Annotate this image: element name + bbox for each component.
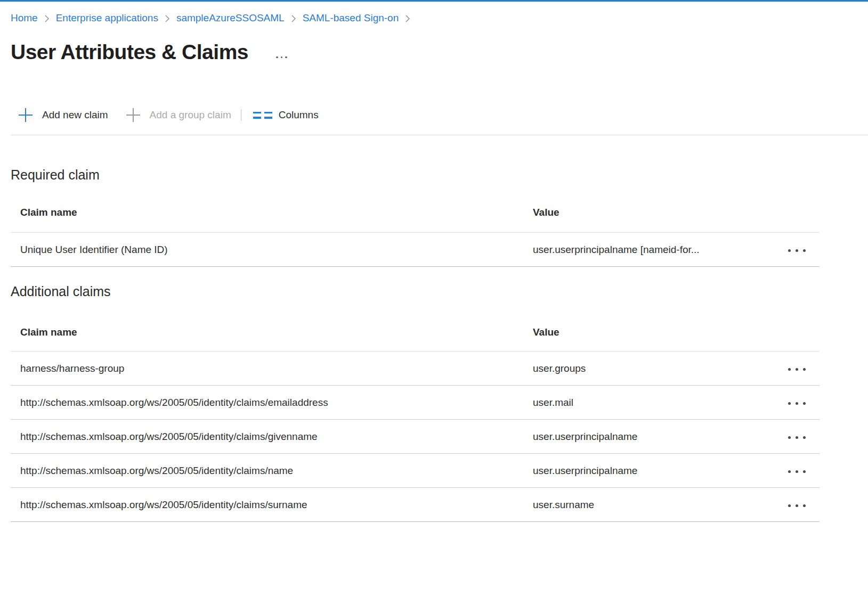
columns-label: Columns (279, 109, 319, 121)
row-context-menu-button[interactable] (784, 242, 810, 257)
breadcrumb: Home Enterprise applications sampleAzure… (11, 12, 868, 24)
ellipsis-icon (788, 436, 806, 439)
row-context-menu-button[interactable] (784, 361, 810, 375)
command-bar: Add new claim Add a group claim Columns (19, 105, 868, 125)
top-accent-bar (0, 0, 868, 2)
ellipsis-icon (788, 470, 806, 473)
page-context-menu-button[interactable] (274, 50, 289, 62)
claim-name-cell: http://schemas.xmlsoap.org/ws/2005/05/id… (11, 431, 533, 443)
claim-value-cell: user.userprincipalname (533, 465, 774, 477)
add-new-claim-button[interactable]: Add new claim (19, 108, 108, 122)
chevron-right-icon (165, 14, 170, 23)
add-group-claim-label: Add a group claim (150, 109, 231, 121)
claim-name-cell: http://schemas.xmlsoap.org/ws/2005/05/id… (11, 465, 533, 477)
toolbar-separator (241, 109, 241, 121)
claim-name-cell: http://schemas.xmlsoap.org/ws/2005/05/id… (11, 499, 533, 511)
value-column-header: Value (533, 207, 774, 218)
claim-name-cell: Unique User Identifier (Name ID) (11, 244, 533, 256)
table-row[interactable]: Unique User Identifier (Name ID) user.us… (11, 233, 820, 267)
breadcrumb-app[interactable]: sampleAzureSSOSAML (176, 12, 285, 24)
columns-button[interactable]: Columns (253, 109, 319, 121)
row-context-menu-button[interactable] (784, 497, 810, 512)
breadcrumb-enterprise-applications[interactable]: Enterprise applications (56, 12, 158, 24)
row-context-menu-button[interactable] (784, 463, 810, 478)
ellipsis-icon (788, 402, 806, 405)
add-group-claim-button[interactable]: Add a group claim (126, 108, 231, 122)
table-row[interactable]: http://schemas.xmlsoap.org/ws/2005/05/id… (11, 454, 820, 488)
claim-value-cell: user.mail (533, 397, 774, 409)
claim-value-cell: user.userprincipalname (533, 431, 774, 443)
claim-name-column-header: Claim name (11, 207, 533, 218)
toolbar-divider (11, 135, 868, 135)
table-header-row: Claim name Value (11, 313, 820, 352)
table-row[interactable]: http://schemas.xmlsoap.org/ws/2005/05/id… (11, 420, 820, 454)
breadcrumb-home[interactable]: Home (11, 12, 38, 24)
claim-value-cell: user.groups (533, 363, 774, 374)
additional-claims-heading: Additional claims (11, 284, 868, 299)
claim-value-cell: user.userprincipalname [nameid-for... (533, 244, 774, 256)
plus-icon (19, 108, 33, 122)
table-row[interactable]: harness/harness-group user.groups (11, 352, 820, 386)
chevron-right-icon (44, 14, 50, 23)
columns-icon (253, 112, 272, 119)
add-new-claim-label: Add new claim (42, 109, 108, 121)
ellipsis-icon (788, 504, 806, 507)
chevron-right-icon (291, 14, 296, 23)
plus-icon (126, 108, 140, 122)
table-header-row: Claim name Value (11, 192, 820, 233)
row-context-menu-button[interactable] (784, 395, 810, 410)
required-claims-table: Claim name Value Unique User Identifier … (11, 192, 820, 267)
ellipsis-icon (276, 56, 287, 59)
ellipsis-icon (788, 368, 806, 371)
claim-name-cell: harness/harness-group (11, 363, 533, 374)
table-row[interactable]: http://schemas.xmlsoap.org/ws/2005/05/id… (11, 488, 820, 522)
value-column-header: Value (533, 326, 774, 338)
chevron-right-icon (405, 14, 410, 23)
page-title: User Attributes & Claims (11, 40, 248, 64)
ellipsis-icon (788, 249, 806, 252)
claim-name-cell: http://schemas.xmlsoap.org/ws/2005/05/id… (11, 397, 533, 409)
additional-claims-table: Claim name Value harness/harness-group u… (11, 313, 820, 522)
claim-value-cell: user.surname (533, 499, 774, 511)
table-row[interactable]: http://schemas.xmlsoap.org/ws/2005/05/id… (11, 386, 820, 420)
required-claim-heading: Required claim (11, 167, 868, 183)
claim-name-column-header: Claim name (11, 326, 533, 338)
breadcrumb-saml-signon[interactable]: SAML-based Sign-on (303, 12, 399, 24)
row-context-menu-button[interactable] (784, 429, 810, 444)
